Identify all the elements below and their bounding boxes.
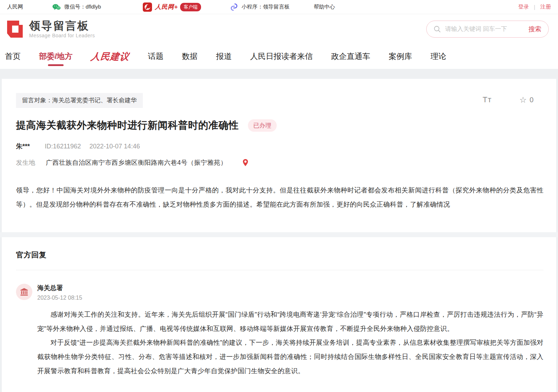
nav-reader-letters[interactable]: 人民日报读者来信 (250, 44, 313, 69)
card-gap-band (0, 232, 558, 237)
site-header: 领导留言板 Message Board for Leaders 搜索 (0, 14, 558, 44)
auth-divider: | (534, 4, 535, 10)
peoples-daily-link[interactable]: 人民网 (7, 4, 23, 10)
message-author: 朱*** (16, 142, 30, 151)
favorite-control[interactable]: ☆ 0 (519, 96, 533, 104)
login-link[interactable]: 登录 (518, 4, 529, 10)
nav-theory[interactable]: 理论 (430, 44, 446, 69)
font-size-toggle[interactable]: Tт (483, 95, 492, 104)
active-tab-underline (48, 64, 64, 66)
top-utility-bar: 人民网 微信号：dfldlyb 人民网+ 客户端 (0, 0, 558, 14)
miniprogram-label: 小程序：领导留言板 (242, 4, 289, 10)
message-card: 留言对象：海关总署党委书记、署长俞建华 Tт ☆ 0 提高海关截获外来物种时进行… (2, 79, 556, 232)
official-reply-card: 官方回复 海关总署 2023-05-12 08:15 感谢对海关工作的关注和支持… (2, 237, 556, 392)
wechat-icon (52, 4, 61, 11)
nav-ministries-localities-label: 部委/地方 (39, 51, 72, 62)
location-label: 发生地 (16, 158, 35, 167)
reply-paragraph: 感谢对海关工作的关注和支持。近年来，海关先后组织开展“国门绿盾”行动和“跨境电商… (37, 307, 543, 336)
nav-reports[interactable]: 报道 (216, 44, 232, 69)
reply-section-title: 官方回复 (16, 250, 543, 260)
message-meta-row: 朱*** ID:16211962 2022-10-07 14:46 (16, 142, 543, 151)
search-box: 搜索 (426, 21, 549, 38)
site-logo[interactable]: 领导留言板 Message Board for Leaders (5, 19, 95, 39)
reply-paragraph: 对于反馈“进一步提高海关拦截外来物种新闻科普的准确性”的建议，下一步，海关将持续… (37, 336, 543, 378)
message-board-logo-icon (5, 19, 25, 39)
message-datetime: 2022-10-07 14:46 (90, 143, 140, 150)
logo-text: 领导留言板 Message Board for Leaders (29, 20, 95, 38)
reply-body: 感谢对海关工作的关注和支持。近年来，海关先后组织开展“国门绿盾”行动和“跨境电商… (37, 307, 543, 378)
search-icon (434, 26, 441, 33)
logo-subtitle: Message Board for Leaders (29, 33, 95, 38)
wechat-account-label: 微信号：dfldlyb (64, 4, 101, 10)
nav-ministries-localities[interactable]: 部委/地方 (39, 44, 72, 69)
client-badge: 客户端 (180, 3, 201, 11)
logo-title: 领导留言板 (29, 20, 95, 32)
people-daily-plus-icon (143, 2, 152, 12)
wechat-info: 微信号：dfldlyb (52, 4, 101, 11)
message-title: 提高海关截获外来物种时进行新闻科普时的准确性 (16, 119, 239, 132)
message-location-row: 发生地 广西壮族自治区南宁市西乡塘区衡阳路南六巷4号（振宁雅苑） (16, 158, 543, 167)
miniprogram-icon (230, 3, 238, 11)
people-daily-app[interactable]: 人民网+ 客户端 (143, 2, 201, 12)
message-title-row: 提高海关截获外来物种时进行新闻科普时的准确性 已办理 (16, 119, 543, 132)
status-badge: 已办理 (248, 119, 277, 132)
search-input[interactable] (445, 26, 529, 33)
miniprogram-info[interactable]: 小程序：领导留言板 (230, 3, 289, 11)
nav-peoples-suggestions[interactable]: 人民建议 (90, 44, 130, 69)
register-link[interactable]: 注册 (540, 4, 551, 10)
agency-avatar (16, 284, 32, 300)
message-card-top: 留言对象：海关总署党委书记、署长俞建华 Tт ☆ 0 (16, 93, 543, 108)
message-target-tag: 留言对象：海关总署党委书记、署长俞建华 (16, 93, 143, 108)
nav-topics[interactable]: 话题 (148, 44, 163, 69)
reply-datetime: 2023-05-12 08:15 (37, 295, 82, 301)
nav-data[interactable]: 数据 (182, 44, 197, 69)
search-button[interactable]: 搜索 (529, 25, 541, 33)
section-divider-band (0, 69, 558, 79)
main-nav: 首页 部委/地方 人民建议 话题 数据 报道 人民日报读者来信 政企直通车 案例… (0, 44, 558, 69)
help-center-link[interactable]: 帮助中心 (314, 4, 335, 10)
favorite-count: 0 (530, 96, 533, 104)
reply-divider (16, 270, 543, 270)
auth-links: 登录 | 注册 (518, 4, 551, 10)
star-icon: ☆ (519, 96, 527, 104)
reply-agency-name: 海关总署 (37, 284, 82, 292)
location-pin-icon[interactable] (242, 158, 249, 167)
nav-home[interactable]: 首页 (5, 44, 21, 69)
message-id: ID:16211962 (45, 143, 81, 150)
nav-case-library[interactable]: 案例库 (389, 44, 412, 69)
nav-gov-business-express[interactable]: 政企直通车 (331, 44, 370, 69)
people-daily-plus-wordmark: 人民网+ (155, 3, 178, 11)
location-value: 广西壮族自治区南宁市西乡塘区衡阳路南六巷4号（振宁雅苑） (46, 158, 227, 167)
message-body: 领导，您好！中国海关对境外外来物种的防疫管理一向是十分严格的，我对此十分支持。但… (16, 183, 543, 212)
government-building-icon (20, 288, 29, 296)
reply-agency-block: 海关总署 2023-05-12 08:15 (37, 284, 82, 301)
reply-header: 海关总署 2023-05-12 08:15 (16, 284, 543, 301)
message-tools: Tт ☆ 0 (483, 95, 533, 104)
